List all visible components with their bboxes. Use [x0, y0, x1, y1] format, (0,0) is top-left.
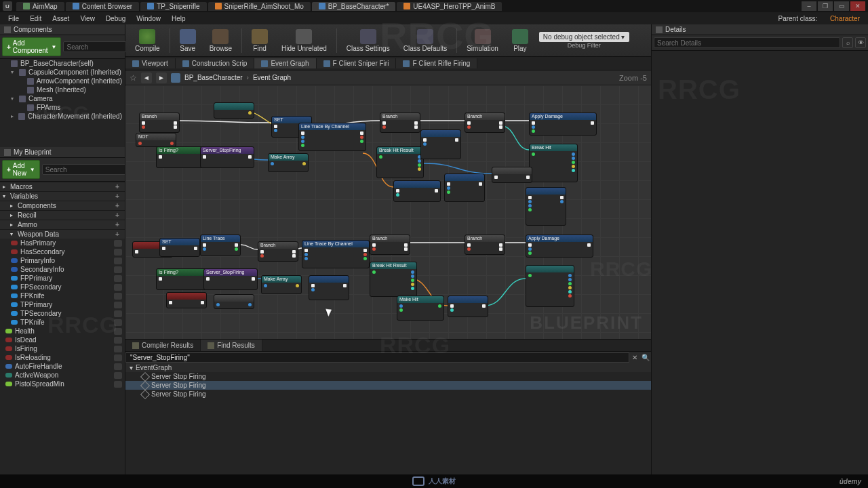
graph-node[interactable]: Break Hit	[529, 144, 578, 182]
graph-tab[interactable]: Event Graph	[254, 58, 316, 68]
find-clear-button[interactable]: ✕	[629, 354, 640, 361]
variable-item[interactable]: TPSecondary	[0, 309, 125, 318]
variable-item[interactable]: IsReloading	[0, 353, 125, 362]
compile-button[interactable]: Compile	[130, 28, 165, 54]
variable-item[interactable]: Health	[0, 327, 125, 336]
variable-item[interactable]: TPPrimary	[0, 300, 125, 309]
component-tree-item[interactable]: ▾Camera	[0, 94, 125, 103]
graph-node[interactable]: Branch	[465, 235, 505, 255]
details-search-options[interactable]: ⌕	[842, 37, 853, 48]
component-tree-item[interactable]: FPArms	[0, 103, 125, 112]
visibility-toggle[interactable]	[114, 363, 122, 370]
visibility-toggle[interactable]	[114, 372, 122, 379]
graph-node[interactable]: Server_StopFiring	[203, 268, 258, 290]
maximize-button[interactable]: ▭	[834, 1, 849, 11]
bottom-tab[interactable]: Find Results	[201, 340, 262, 351]
menu-item[interactable]: Asset	[47, 15, 75, 22]
variable-category[interactable]: ▸Recoil+	[0, 210, 125, 220]
graph-node[interactable]: Break Hit Result	[370, 262, 417, 297]
add-variable-button[interactable]: +	[113, 183, 122, 190]
graph-node[interactable]: SET	[159, 238, 200, 257]
variable-item[interactable]: AutoFireHandle	[0, 362, 125, 371]
variable-item[interactable]: PistolSpreadMin	[0, 380, 125, 388]
favorite-icon[interactable]: ☆	[130, 73, 137, 83]
component-tree-item[interactable]: Mesh (Inherited)	[0, 85, 125, 94]
visibility-toggle[interactable]	[114, 293, 122, 300]
graph-node[interactable]: Branch	[139, 113, 180, 133]
graph-node[interactable]	[166, 292, 207, 308]
graph-node[interactable]	[214, 102, 254, 119]
add-new-button[interactable]: +Add New▼	[2, 160, 40, 179]
save-button[interactable]: Save	[174, 28, 201, 54]
graph-node[interactable]: Branch	[258, 241, 298, 262]
variable-item[interactable]: FPKnife	[0, 291, 125, 300]
visibility-toggle[interactable]	[114, 354, 122, 361]
add-variable-button[interactable]: +	[113, 202, 122, 209]
result-item[interactable]: Server Stop Firing	[125, 390, 651, 399]
component-tree-item[interactable]: ▾CapsuleComponent (Inherited)	[0, 68, 125, 77]
visibility-toggle[interactable]	[114, 328, 122, 335]
menu-item[interactable]: Help	[166, 15, 191, 22]
myblueprint-search-input[interactable]	[42, 164, 125, 175]
component-tree-item[interactable]: ArrowComponent (Inherited)	[0, 77, 125, 85]
find-in-all-button[interactable]: 🔍	[640, 354, 651, 361]
variable-category[interactable]: ▸Components+	[0, 201, 125, 210]
graph-node[interactable]: Make Array	[261, 275, 302, 294]
menu-item[interactable]: Window	[131, 15, 166, 22]
variable-category[interactable]: ▸Ammo+	[0, 220, 125, 229]
visibility-toggle[interactable]	[114, 381, 122, 388]
add-component-button[interactable]: +Add Component▼	[2, 37, 61, 56]
graph-node[interactable]	[492, 167, 532, 183]
graph-node[interactable]: Break Hit Result	[376, 146, 424, 178]
find-input[interactable]	[125, 352, 629, 363]
graph-node[interactable]: Is Firing?	[156, 268, 210, 290]
graph-node[interactable]	[393, 180, 441, 202]
graph-tab[interactable]: F Client Sniper Firi	[317, 58, 397, 68]
graph-node[interactable]: Make Hit	[397, 296, 444, 321]
variable-category[interactable]: ▾Weapon Data+	[0, 229, 125, 239]
document-tab[interactable]: BP_BaseCharacter*	[312, 2, 396, 11]
hide-unrelated-button[interactable]: Hide Unrelated	[276, 28, 332, 54]
variable-item[interactable]: IsDead	[0, 336, 125, 344]
visibility-toggle[interactable]	[114, 310, 122, 317]
event-graph-canvas[interactable]: BLUEPRINT BranchSETLine Trace By Channel…	[125, 85, 651, 339]
variable-item[interactable]: HasSecondary	[0, 247, 125, 256]
restore-button[interactable]: ❐	[818, 1, 833, 11]
graph-node[interactable]	[526, 187, 566, 226]
result-item[interactable]: Server Stop Firing	[125, 381, 651, 390]
simulation-button[interactable]: Simulation	[461, 28, 504, 54]
play-button[interactable]: Play	[507, 28, 534, 54]
debug-object-select[interactable]: No debug object selected ▾	[539, 32, 629, 42]
graph-node[interactable]: Apply Damage	[526, 235, 593, 258]
visibility-toggle[interactable]	[114, 346, 122, 352]
document-tab[interactable]: AimMap	[16, 2, 64, 11]
variable-item[interactable]: FPSecondary	[0, 283, 125, 291]
menu-item[interactable]: Debug	[100, 15, 131, 22]
document-tab[interactable]: Content Browser	[66, 2, 139, 11]
document-tab[interactable]: UE4ASP_HeroTPP_AnimB	[397, 2, 502, 11]
graph-node[interactable]: Line Trace By Channel	[302, 240, 370, 268]
graph-node[interactable]: Branch	[370, 235, 410, 255]
result-item[interactable]: Server Stop Firing	[125, 372, 651, 381]
add-variable-button[interactable]: +	[113, 192, 122, 200]
find-button[interactable]: Find	[246, 28, 273, 54]
menu-item[interactable]: View	[75, 15, 100, 22]
components-tree[interactable]: BP_BaseCharacter(self)▾CapsuleComponent …	[0, 59, 125, 147]
graph-node[interactable]	[448, 296, 488, 317]
find-results-list[interactable]: ▾EventGraphServer Stop FiringServer Stop…	[125, 363, 651, 474]
minimize-button[interactable]: –	[802, 1, 816, 11]
component-tree-item[interactable]: ▸CharacterMovement (Inherited)	[0, 112, 125, 121]
variable-category[interactable]: ▸Macros+	[0, 182, 125, 191]
details-view-options[interactable]: 👁	[855, 37, 866, 48]
variable-item[interactable]: TPKnife	[0, 318, 125, 327]
graph-node[interactable]: Make Array	[268, 153, 309, 172]
visibility-toggle[interactable]	[114, 319, 122, 326]
variable-item[interactable]: SecondaryInfo	[0, 265, 125, 274]
bottom-tab[interactable]: Compiler Results	[125, 340, 201, 351]
nav-fwd-button[interactable]: ►	[156, 73, 167, 83]
visibility-toggle[interactable]	[114, 266, 122, 273]
menu-item[interactable]: File	[3, 15, 24, 22]
menu-item[interactable]: Edit	[24, 15, 47, 22]
result-group[interactable]: ▾EventGraph	[125, 363, 651, 372]
variable-category[interactable]: ▾Variables+	[0, 191, 125, 201]
